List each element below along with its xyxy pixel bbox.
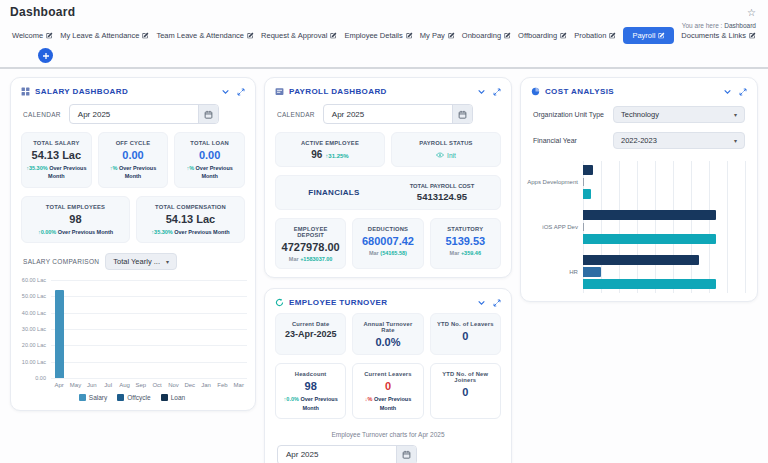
calendar-icon[interactable]: [198, 105, 218, 123]
collapse-chevron-icon[interactable]: [477, 298, 486, 307]
legend-item-loan: Loan: [161, 394, 185, 401]
stat-value: 0.00: [179, 149, 240, 161]
tab-payroll[interactable]: Payroll: [623, 27, 674, 44]
axis-tick: [583, 223, 584, 231]
gridline: [51, 329, 247, 330]
cost-group-apps-development: Apps Development: [525, 165, 749, 199]
cost-bar-series-teal[interactable]: [583, 279, 716, 289]
x-axis-tick-label: Feb: [214, 378, 230, 388]
chart-bar-salary-apr[interactable]: [55, 290, 64, 378]
calendar-icon[interactable]: [452, 105, 472, 123]
tab-label: Team Leave & Attendance: [156, 31, 244, 40]
tab-request-approval[interactable]: Request & Approval: [261, 31, 337, 40]
edit-icon[interactable]: [749, 32, 756, 39]
calendar-label: CALENDAR: [277, 111, 315, 118]
cost-bar-row: [525, 165, 749, 175]
edit-icon[interactable]: [406, 32, 413, 39]
tab-my-pay[interactable]: My Pay: [420, 31, 455, 40]
stat-card-annual-turnover-rate: Annual Turnover Rate0.0%: [352, 313, 423, 355]
edit-icon[interactable]: [330, 32, 337, 39]
total-payroll-cost: TOTAL PAYROLL COST 5413124.95: [388, 183, 496, 202]
expand-icon[interactable]: [237, 88, 245, 96]
edit-icon[interactable]: [504, 32, 511, 39]
active-employee-card: ACTIVE EMPLOYEE 96 ↑31.25%: [275, 132, 385, 167]
stat-value: 5139.53: [435, 235, 496, 247]
sub-prefix: Mar: [450, 250, 461, 256]
stat-value: 0.00: [103, 149, 164, 161]
financials-label[interactable]: FINANCIALS: [280, 188, 388, 197]
salary-dashboard-panel: SALARY DASHBOARD CALENDAR Apr 2025 TOTAL…: [10, 77, 256, 411]
active-employee-delta: ↑31.25%: [325, 153, 348, 159]
gridline: [51, 280, 247, 281]
axis-tick: [583, 178, 584, 186]
stat-value: 0: [435, 386, 496, 398]
expand-icon[interactable]: [739, 88, 747, 96]
legend-item-offcycle: Offcycle: [117, 394, 150, 401]
cost-bar-track: [583, 267, 749, 277]
stat-card-ytd-no-of-new-joiners: YTD No. of New Joiners0: [430, 363, 501, 419]
stat-label: TOTAL SALARY: [26, 140, 87, 146]
edit-icon[interactable]: [46, 32, 53, 39]
tab-employee-details[interactable]: Employee Details: [344, 31, 412, 40]
stat-card-deductions: DEDUCTIONS680007.42Mar (54165.58): [352, 218, 423, 269]
financial-year-select[interactable]: 2022-2023 ▾: [613, 132, 745, 149]
expand-icon[interactable]: [493, 88, 501, 96]
edit-icon[interactable]: [142, 32, 149, 39]
turnover-calendar-input[interactable]: Apr 2025: [277, 445, 417, 463]
turnover-bottom-cards: Headcount98↑0.0% Over Previous MonthCurr…: [275, 363, 501, 419]
breadcrumb-current[interactable]: Dashboard: [724, 22, 756, 29]
calendar-icon[interactable]: [396, 446, 416, 463]
legend-swatch: [161, 394, 168, 401]
collapse-chevron-icon[interactable]: [477, 87, 486, 96]
tab-welcome[interactable]: Welcome: [12, 31, 53, 40]
cost-analysis-panel: COST ANALYSIS Organization Unit Type Tec…: [520, 77, 758, 302]
salary-comparison-select[interactable]: Total Yearly ... ▾: [105, 253, 177, 270]
org-unit-type-select[interactable]: Technology ▾: [613, 106, 745, 123]
breadcrumb-prefix: You are here :: [682, 22, 723, 29]
salary-calendar-input[interactable]: Apr 2025: [69, 104, 219, 124]
cost-bar-row: Apps Development: [525, 177, 749, 187]
stat-delta-pct: ↑35.30%: [26, 165, 47, 171]
stat-label: TOTAL LOAN: [179, 140, 240, 146]
stat-card-ytd-no-of-leavers: YTD No. of Leavers0: [430, 313, 501, 355]
legend-item-salary: Salary: [79, 394, 107, 401]
cost-bar-series-navy[interactable]: [583, 165, 593, 175]
add-dashboard-button[interactable]: [38, 48, 53, 63]
payroll-calendar-input[interactable]: Apr 2025: [323, 104, 473, 124]
stat-delta-pct: ↓%: [365, 396, 373, 402]
edit-icon[interactable]: [609, 32, 616, 39]
cost-bar-series-navy[interactable]: [583, 210, 716, 220]
cost-bar-track: [583, 165, 749, 175]
cost-bar-track: [583, 177, 749, 187]
collapse-chevron-icon[interactable]: [221, 87, 230, 96]
favorite-star-icon[interactable]: ☆: [747, 7, 756, 18]
tab-documents-links[interactable]: Documents & Links: [681, 31, 756, 40]
stat-value: 0.0%: [357, 336, 418, 348]
stat-card-total-employees: TOTAL EMPLOYEES98↑0.00% Over Previous Mo…: [21, 196, 130, 243]
edit-icon[interactable]: [448, 32, 455, 39]
tab-offboarding[interactable]: Offboarding: [518, 31, 567, 40]
tab-team-leave-attendance[interactable]: Team Leave & Attendance: [156, 31, 254, 40]
stat-value: 54.13 Lac: [141, 213, 240, 225]
cost-bar-row: [525, 234, 749, 244]
cost-bar-series-teal[interactable]: [583, 189, 591, 199]
category-label: HR: [525, 269, 583, 275]
employee-turnover-icon: [275, 298, 284, 307]
edit-icon[interactable]: [658, 32, 665, 39]
edit-icon[interactable]: [560, 32, 567, 39]
cost-bar-series-teal[interactable]: [583, 234, 716, 244]
tab-probation[interactable]: Probation: [574, 31, 616, 40]
tab-onboarding[interactable]: Onboarding: [462, 31, 511, 40]
stat-delta: ↑% Over Previous Month: [103, 164, 164, 181]
sub-prefix: Mar: [289, 256, 300, 262]
cost-bar-series-blue[interactable]: [583, 267, 601, 277]
top-bar: Dashboard ☆ You are here : Dashboard: [0, 0, 768, 24]
collapse-chevron-icon[interactable]: [723, 87, 732, 96]
gridline: [51, 378, 247, 379]
tab-my-leave-attendance[interactable]: My Leave & Attendance: [60, 31, 149, 40]
page-title: Dashboard: [10, 5, 758, 19]
edit-icon[interactable]: [247, 32, 254, 39]
cost-bar-series-navy[interactable]: [583, 255, 699, 265]
expand-icon[interactable]: [493, 299, 501, 307]
stat-value: 680007.42: [357, 235, 418, 247]
